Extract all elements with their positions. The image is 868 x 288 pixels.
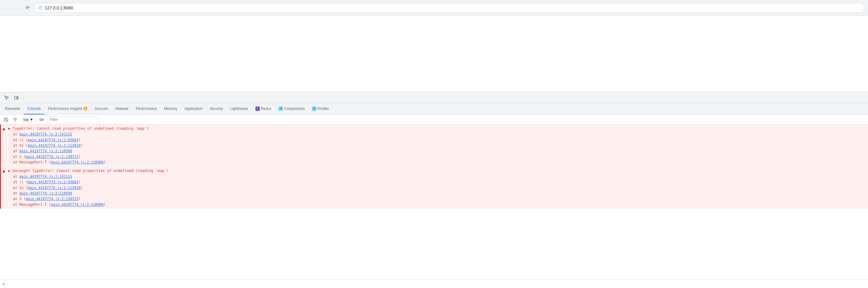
tab-security[interactable]: Security <box>206 103 226 114</box>
stack-link-1-1[interactable]: main.44197774.js:2:141115 <box>20 132 72 136</box>
stack-link-2-2[interactable]: main.44197774.js:2:93683 <box>28 180 78 184</box>
svg-rect-1 <box>17 97 18 99</box>
stack-link-1-3[interactable]: main.44197774.js:2:113910 <box>28 143 80 148</box>
console-output: ● ▶ TypeError: Cannot read properties of… <box>0 124 868 280</box>
info-icon: ⓘ <box>38 5 42 11</box>
console-input-row: > <box>0 280 868 288</box>
error-expand-2[interactable]: ▶ <box>8 169 12 173</box>
tab-console[interactable]: Console <box>24 103 44 114</box>
browser-chrome: ← → ⟳ ⓘ <box>0 0 868 16</box>
stack-link-1-4[interactable]: main.44197774.js:2:110500 <box>20 149 72 153</box>
tab-profiler[interactable]: ⚛ Profiler <box>308 103 333 114</box>
error-expand-1[interactable]: ▶ <box>8 126 12 131</box>
stack-link-1-5[interactable]: main.44197774.js:2:138372 <box>26 155 79 159</box>
stack-line-2-6: at MessagePort.T (main.44197774.js:2:138… <box>8 202 866 207</box>
devtools-toolbar-top <box>0 92 868 103</box>
components-icon: ⚛ <box>279 107 283 111</box>
tab-application[interactable]: Application <box>181 103 206 114</box>
performance-insights-warning-icon: ▲ <box>84 107 87 111</box>
stack-line-2-2: at ri (main.44197774.js:2:93683) <box>8 179 866 185</box>
console-toolbar: top ▼ <box>0 115 868 124</box>
filter-button[interactable] <box>11 116 19 123</box>
back-button[interactable]: ← <box>4 4 12 12</box>
tab-components[interactable]: ⚛ Components <box>275 103 308 114</box>
stack-link-1-6[interactable]: main.44197774.js:2:138906 <box>51 160 104 164</box>
stack-line-1-5: at S (main.44197774.js:2:138372) <box>8 154 866 160</box>
url-input[interactable] <box>45 5 860 10</box>
error-icon-2: ● <box>3 169 5 174</box>
inspect-element-button[interactable] <box>2 93 11 102</box>
tab-lighthouse[interactable]: Lighthouse <box>226 103 252 114</box>
console-filter-input[interactable] <box>47 116 98 123</box>
svg-line-3 <box>5 118 7 121</box>
tab-performance-insights[interactable]: Performance insights ▲ <box>44 103 91 114</box>
stack-line-2-3: at Ss (main.44197774.js:2:113910) <box>8 185 866 191</box>
device-toolbar-button[interactable] <box>12 93 21 102</box>
svg-rect-0 <box>14 96 17 99</box>
stack-link-1-2[interactable]: main.44197774.js:2:93683 <box>28 138 78 142</box>
devtools-tabs: Elements Console Performance insights ▲ … <box>0 103 868 115</box>
context-selector[interactable]: top ▼ <box>21 117 36 123</box>
stack-link-2-4[interactable]: main.44197774.js:2:110500 <box>20 191 72 196</box>
stack-line-1-3: at Ss (main.44197774.js:2:113910) <box>8 143 866 148</box>
stack-line-2-4: at main.44197774.js:2:110500 <box>8 191 866 196</box>
stack-line-1-1: at main.44197774.js:2:141115 <box>8 132 866 137</box>
forward-button[interactable]: → <box>13 4 22 12</box>
stack-link-2-3[interactable]: main.44197774.js:2:113910 <box>28 186 80 190</box>
devtools-panel: Elements Console Performance insights ▲ … <box>0 92 868 288</box>
error-message-2: Uncaught TypeError: Cannot read properti… <box>12 169 168 173</box>
stack-link-2-6[interactable]: main.44197774.js:2:138906 <box>51 202 104 207</box>
error-icon-1: ● <box>3 126 5 132</box>
stack-line-1-2: at ri (main.44197774.js:2:93683) <box>8 137 866 143</box>
tab-redux[interactable]: R Redux <box>252 103 275 114</box>
tab-performance[interactable]: Performance <box>132 103 161 114</box>
console-error-2: ● ▶ Uncaught TypeError: Cannot read prop… <box>0 167 868 209</box>
context-value: top <box>23 117 29 122</box>
tab-sources[interactable]: Sources <box>91 103 112 114</box>
profiler-icon: ⚛ <box>312 107 316 111</box>
eye-button[interactable] <box>38 116 45 123</box>
stack-line-2-1: at main.44197774.js:2:141115 <box>8 174 866 179</box>
redux-icon: R <box>255 107 260 111</box>
nav-buttons: ← → ⟳ <box>4 4 32 12</box>
stack-line-1-6: at MessagePort.T (main.44197774.js:2:138… <box>8 160 866 165</box>
stack-line-2-5: at S (main.44197774.js:2:138372) <box>8 196 866 202</box>
stack-link-2-5[interactable]: main.44197774.js:2:138372 <box>26 197 79 201</box>
error-message-1: TypeError: Cannot read properties of und… <box>12 126 149 131</box>
address-bar[interactable]: ⓘ <box>34 3 864 13</box>
tab-memory[interactable]: Memory <box>161 103 181 114</box>
svg-point-4 <box>41 119 42 120</box>
tab-elements[interactable]: Elements <box>1 103 24 114</box>
stack-line-1-4: at main.44197774.js:2:110500 <box>8 148 866 154</box>
console-error-1: ● ▶ TypeError: Cannot read properties of… <box>0 124 868 167</box>
clear-console-button[interactable] <box>2 116 10 123</box>
page-content <box>0 16 868 92</box>
console-prompt: > <box>2 282 5 286</box>
console-input[interactable] <box>7 282 866 286</box>
context-dropdown-icon: ▼ <box>30 117 33 122</box>
stack-link-2-1[interactable]: main.44197774.js:2:141115 <box>20 174 72 179</box>
reload-button[interactable]: ⟳ <box>23 4 32 12</box>
tab-network[interactable]: Network <box>112 103 132 114</box>
